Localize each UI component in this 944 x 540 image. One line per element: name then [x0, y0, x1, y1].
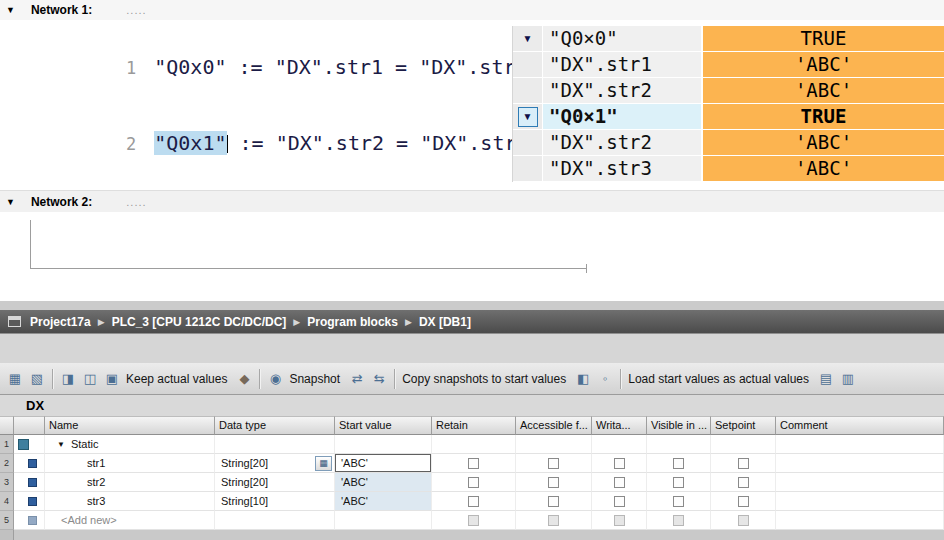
header-start-value[interactable]: Start value: [335, 416, 432, 435]
code-line-2[interactable]: 2"Q0x1" := "DX".str2 = "DX".str3;: [0, 104, 541, 130]
data-type-cell[interactable]: String[20]▦: [215, 454, 335, 473]
expander-box[interactable]: ▼: [518, 107, 538, 127]
visible-cell[interactable]: [647, 454, 711, 473]
collapse-static-icon[interactable]: ▼: [57, 440, 65, 449]
load-all-icon[interactable]: ▤: [816, 369, 836, 389]
keep-actual-values-button[interactable]: Keep actual values: [126, 372, 227, 386]
retain-checkbox[interactable]: [468, 496, 479, 507]
table-row-str1[interactable]: 2 str1 String[20]▦ 'ABC': [0, 454, 944, 473]
monitor-tag-name[interactable]: "DX".str2: [542, 130, 701, 156]
add-row-icon[interactable]: ▧: [27, 369, 47, 389]
writable-checkbox[interactable]: [614, 496, 625, 507]
data-type-cell[interactable]: [215, 435, 335, 454]
snapshot-button[interactable]: Snapshot: [289, 372, 340, 386]
ladder-rung[interactable]: [30, 268, 586, 269]
setpoint-cell[interactable]: [711, 492, 776, 511]
writable-cell[interactable]: [592, 492, 647, 511]
network2-header[interactable]: ▼ Network 2: .....: [0, 190, 944, 212]
monitor-tag-name[interactable]: "DX".str2: [542, 78, 701, 104]
breadcrumb-plc[interactable]: PLC_3 [CPU 1212C DC/DC/DC]: [112, 315, 287, 329]
writable-cell[interactable]: [592, 473, 647, 492]
code-text-2[interactable]: := "DX".str2 = "DX".str3;: [228, 131, 541, 155]
data-type-cell[interactable]: String[20]: [215, 473, 335, 492]
writable-checkbox[interactable]: [614, 477, 625, 488]
header-name[interactable]: Name: [45, 416, 215, 435]
header-visible[interactable]: Visible in ...: [647, 416, 711, 435]
table-row-str2[interactable]: 3 str2 String[20] 'ABC': [0, 473, 944, 492]
network1-comment[interactable]: .....: [126, 4, 146, 16]
name-cell[interactable]: ▼Static: [45, 435, 215, 454]
retain-checkbox[interactable]: [468, 477, 479, 488]
table-row-add-new[interactable]: 5 <Add new>: [0, 511, 944, 530]
retain-cell[interactable]: [432, 454, 516, 473]
accessible-cell[interactable]: [516, 492, 592, 511]
comment-cell[interactable]: [776, 454, 944, 473]
copy-snapshots-button[interactable]: Copy snapshots to start values: [402, 372, 566, 386]
comment-cell[interactable]: [776, 435, 944, 454]
header-accessible[interactable]: Accessible f...: [516, 416, 592, 435]
setpoint-cell[interactable]: [711, 473, 776, 492]
update-interface-icon[interactable]: ◫: [80, 369, 100, 389]
monitor-tag-name[interactable]: "DX".str3: [542, 156, 701, 182]
accessible-cell[interactable]: [516, 454, 592, 473]
breadcrumb-db[interactable]: DX [DB1]: [419, 315, 471, 329]
visible-checkbox[interactable]: [673, 477, 684, 488]
setpoint-checkbox[interactable]: [738, 496, 749, 507]
start-value-cell[interactable]: 'ABC': [335, 492, 432, 511]
monitor-tag-name[interactable]: "Q0×0": [542, 26, 701, 52]
setpoint-checkbox[interactable]: [738, 477, 749, 488]
setpoint-checkbox[interactable]: [738, 458, 749, 469]
snapshot-icon[interactable]: ◉: [265, 369, 285, 389]
network2-comment[interactable]: .....: [126, 196, 146, 208]
setpoint-cell[interactable]: [711, 454, 776, 473]
retain-checkbox[interactable]: [468, 458, 479, 469]
table-row-str3[interactable]: 4 str3 String[10] 'ABC': [0, 492, 944, 511]
comment-cell[interactable]: [776, 492, 944, 511]
code-text-1[interactable]: "Q0x0" := "DX".str1 = "DX".str2;: [154, 55, 539, 79]
network1-header[interactable]: ▼ Network 1: .....: [0, 0, 944, 20]
table-row-static[interactable]: 1 ▼Static: [0, 435, 944, 454]
start-value-cell[interactable]: [335, 435, 432, 454]
accessible-checkbox[interactable]: [548, 477, 559, 488]
transfer-snapshot-icon[interactable]: ⇄: [347, 369, 367, 389]
header-setpoint[interactable]: Setpoint: [711, 416, 776, 435]
header-comment[interactable]: Comment: [776, 416, 944, 435]
selected-token[interactable]: "Q0x1": [154, 131, 226, 155]
transfer-back-icon[interactable]: ⇆: [369, 369, 389, 389]
start-value-cell[interactable]: 'ABC': [335, 473, 432, 492]
name-cell[interactable]: str2: [45, 473, 215, 492]
breadcrumb-program-blocks[interactable]: Program blocks: [307, 315, 398, 329]
visible-checkbox[interactable]: [673, 458, 684, 469]
breadcrumb-project[interactable]: Project17a: [30, 315, 91, 329]
visible-checkbox[interactable]: [673, 496, 684, 507]
monitor-expander[interactable]: ▼: [513, 26, 542, 52]
comment-cell[interactable]: [776, 473, 944, 492]
name-cell[interactable]: str3: [45, 492, 215, 511]
copy-all-icon[interactable]: ◧: [573, 369, 593, 389]
chevron-down-icon[interactable]: ▼: [523, 33, 533, 44]
retain-cell[interactable]: [432, 492, 516, 511]
monitor-tag-name[interactable]: "DX".str1: [542, 52, 701, 78]
data-type-cell[interactable]: String[10]: [215, 492, 335, 511]
monitor-expander[interactable]: ▼: [513, 104, 542, 130]
copy-selected-icon[interactable]: ◦: [595, 369, 615, 389]
data-type-browse-button[interactable]: ▦: [315, 456, 332, 471]
accessible-checkbox[interactable]: [548, 458, 559, 469]
header-data-type[interactable]: Data type: [215, 416, 335, 435]
retain-cell[interactable]: [432, 473, 516, 492]
header-writable[interactable]: Writa...: [592, 416, 647, 435]
start-value-cell-editing[interactable]: 'ABC': [335, 454, 432, 473]
code-line-1[interactable]: 1"Q0x0" := "DX".str1 = "DX".str2;: [0, 28, 540, 54]
visible-cell[interactable]: [647, 492, 711, 511]
writable-cell[interactable]: [592, 454, 647, 473]
name-cell[interactable]: str1: [45, 454, 215, 473]
ladder-canvas[interactable]: [0, 212, 944, 301]
add-new-cell[interactable]: <Add new>: [45, 511, 215, 530]
insert-row-icon[interactable]: ▦: [5, 369, 25, 389]
header-retain[interactable]: Retain: [432, 416, 516, 435]
accessible-checkbox[interactable]: [548, 496, 559, 507]
reset-values-icon[interactable]: ◨: [58, 369, 78, 389]
load-selected-icon[interactable]: ▥: [838, 369, 858, 389]
keep-actual-values-icon[interactable]: ▣: [102, 369, 122, 389]
accessible-cell[interactable]: [516, 473, 592, 492]
